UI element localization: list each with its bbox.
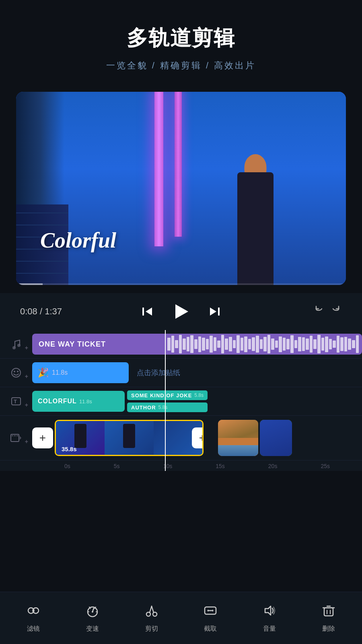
sticker-track-row: + 🎉 11.8s 点击添加贴纸 [0,359,362,387]
filter-label: 滤镜 [27,625,40,633]
speed-icon [85,603,100,621]
svg-marker-15 [20,436,21,440]
video-add-icon[interactable]: + [25,438,28,445]
text-clip-author-dur: 5.8s [158,405,168,410]
toolbar-volume[interactable]: 音量 [249,603,290,633]
transport-actions [290,305,342,318]
extract-label: 截取 [204,625,217,633]
volume-icon [262,603,277,621]
ruler-mark-15: 15s [216,463,225,469]
video-preview[interactable]: Colorful [16,92,346,285]
sticker-track-icon[interactable]: + [0,367,32,379]
svg-line-22 [150,606,152,613]
svg-marker-25 [265,606,271,615]
ruler-marks: 0s 5s 10s 15s 20s 25s [64,463,330,469]
svg-point-6 [12,368,21,377]
svg-rect-26 [324,608,333,616]
toolbar-extract[interactable]: 截取 [190,603,230,633]
text-clip-duration: 11.8s [79,398,92,405]
svg-line-23 [152,606,154,613]
music-track-icon[interactable]: + [0,338,32,350]
text-track-row: T + COLORFUL 11.8s SOME KIND OF JOKE 5.8… [0,387,362,416]
preview-progress-fill [16,283,43,285]
cut-label: 剪切 [145,625,158,633]
video-watermark: Colorful [40,228,116,253]
sticker-emoji: 🎉 [38,367,49,378]
svg-point-7 [14,371,15,372]
text-track-icon[interactable]: T + [0,395,32,407]
preview-progress-bar [16,283,346,285]
toolbar-filter[interactable]: 滤镜 [13,603,53,633]
svg-point-4 [12,346,16,349]
svg-rect-0 [142,308,144,316]
text-clip-author[interactable]: AUTHOR 5.8s [127,402,208,412]
music-clip[interactable]: ONE WAY TICKET [32,334,362,355]
text-clip-label: COLORFUL [38,398,77,405]
text-clip-joke[interactable]: SOME KIND OF JOKE 5.8s [127,390,208,400]
music-add-icon[interactable]: + [25,345,28,351]
sticker-track-content[interactable]: 🎉 11.8s 点击添加贴纸 [32,359,362,387]
text-add-icon[interactable]: + [25,402,28,408]
filter-icon [26,603,41,621]
sticker-clip[interactable]: 🎉 11.8s [32,362,129,383]
svg-rect-2 [218,308,220,316]
music-track-row: + ONE WAY TICKET [0,330,362,359]
sticker-add-icon[interactable]: + [25,373,28,380]
tertiary-video-clip[interactable] [260,420,292,456]
volume-label: 音量 [263,625,276,633]
delete-icon [321,603,336,621]
cut-icon [144,603,159,621]
video-thumb-2 [105,421,153,455]
text-clip-joke-dur: 5.8s [194,392,204,398]
extract-icon [203,603,218,621]
svg-rect-14 [16,435,18,436]
text-clip-author-label: AUTHOR [131,405,156,411]
main-video-clip[interactable]: 35.8s + [55,420,204,456]
toolbar-speed[interactable]: 变速 [72,603,113,633]
add-clip-right-button[interactable]: + [192,427,204,448]
video-track-content[interactable]: + [32,416,362,460]
ruler-mark-10: 10s [163,463,173,469]
text-clip-colorful[interactable]: COLORFUL 11.8s [32,391,125,412]
ruler-mark-5: 5s [114,463,120,469]
sticker-duration: 11.8s [52,369,68,376]
ruler-mark-25: 25s [321,463,330,469]
svg-rect-12 [12,435,13,436]
header: 多轨道剪辑 一览全貌 / 精确剪辑 / 高效出片 [0,0,362,84]
timeline: + ONE WAY TICKET [0,330,362,471]
svg-rect-13 [14,435,16,436]
svg-point-5 [17,344,21,347]
text-track-content[interactable]: COLORFUL 11.8s SOME KIND OF JOKE 5.8s AU… [32,387,362,415]
video-track-row: + + [0,416,362,460]
play-icon [175,304,188,319]
music-track-content[interactable]: ONE WAY TICKET [32,330,362,358]
toolbar-delete[interactable]: 删除 [309,603,349,633]
redo-button[interactable] [331,305,342,318]
skip-back-button[interactable] [141,305,154,318]
time-display: 0:08 / 1:37 [20,306,72,317]
transport-controls [72,300,290,323]
video-track-icon[interactable]: + [0,432,32,444]
music-clip-label: ONE WAY TICKET [39,340,106,349]
play-button[interactable] [170,300,192,323]
speed-label: 变速 [86,625,99,633]
text-clips-secondary: SOME KIND OF JOKE 5.8s AUTHOR 5.8s [127,390,208,412]
svg-marker-3 [210,308,216,316]
add-clip-left-button[interactable]: + [32,427,53,448]
secondary-video-clip[interactable] [218,420,258,456]
svg-text:T: T [14,398,17,405]
toolbar-cut[interactable]: 剪切 [132,603,172,633]
video-clip-duration: 35.8s [62,446,77,452]
svg-point-19 [92,611,93,613]
ruler-mark-0: 0s [64,463,70,469]
delete-label: 删除 [322,625,335,633]
svg-marker-1 [146,308,152,316]
skip-forward-button[interactable] [208,305,221,318]
timeline-ruler: 0s 5s 10s 15s 20s 25s [0,460,362,471]
svg-point-8 [17,371,19,372]
waveform [164,334,362,355]
undo-button[interactable] [313,305,324,318]
text-clip-joke-label: SOME KIND OF JOKE [131,392,192,398]
ruler-mark-20: 20s [268,463,278,469]
sticker-add-hint[interactable]: 点击添加贴纸 [129,368,180,378]
